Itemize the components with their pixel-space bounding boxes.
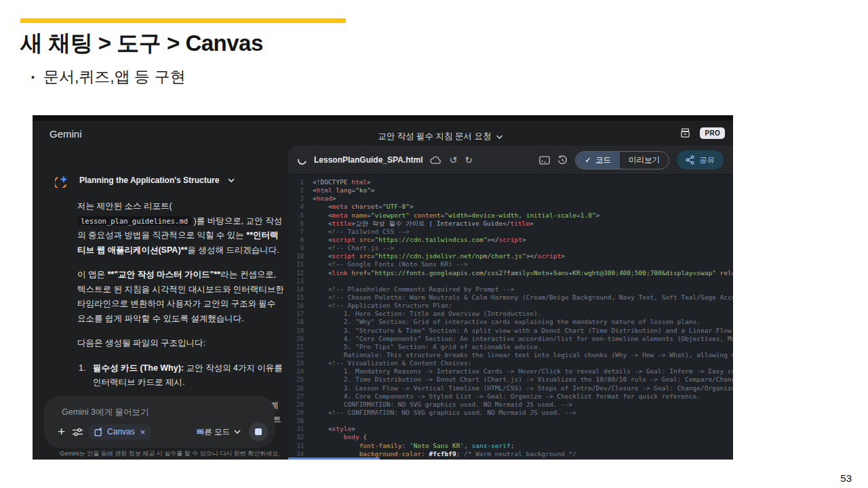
slide-bullet: • 문서,퀴즈,앱 등 구현	[31, 66, 185, 87]
code-line: 29 <!-- CONFIRMATION: NO SVG graphics us…	[288, 409, 733, 417]
code-line: 25 2. Time Distribution -> Donut Chart (…	[288, 375, 733, 384]
chevron-down-icon	[228, 178, 235, 182]
slide: 새 채팅 > 도구 > Canvas • 문서,퀴즈,앱 등 구현 Gemini…	[0, 0, 868, 488]
code-line: 14 <!-- Placeholder Comments Required by…	[288, 285, 733, 293]
code-line: 9 <!-- Chart.js -->	[288, 244, 733, 252]
stop-button[interactable]	[249, 422, 268, 441]
code-line: 5 <meta name="viewport" content="width=d…	[288, 211, 733, 220]
code-line: 33 font-family: 'Noto Sans KR', sans-ser…	[288, 442, 733, 450]
gemini-screenshot: Gemini 교안 작성 필수 지침 문서 요청 PRO	[33, 115, 733, 460]
code-line: 7 <!-- Tailwind CSS -->	[288, 228, 733, 236]
code-line: 13	[288, 277, 733, 285]
printer-icon[interactable]	[679, 127, 691, 139]
code-line: 23 <!-- Visualization & Content Choices:	[288, 359, 733, 367]
message-paragraph: 다음은 생성될 파일의 구조입니다:	[77, 336, 286, 351]
code-editor[interactable]: 1<!DOCTYPE html>2<html lang="ko">3<head>…	[288, 176, 733, 460]
code-line: 17 1. Hero Section: Title and Overview (…	[288, 310, 733, 318]
tab-preview[interactable]: 미리보기	[620, 152, 669, 169]
code-line: 34 background-color: #fcfbf9; /* Warm ne…	[288, 450, 733, 458]
code-line: 24 1. Mandatory Reasons -> Interactive C…	[288, 367, 733, 375]
loading-spinner-icon	[296, 154, 309, 166]
code-line: 22 Rationale: This structure breaks the …	[288, 351, 733, 359]
canvas-filename[interactable]: LessonPlanGuide_SPA.html	[314, 155, 422, 165]
prompt-placeholder: Gemini 3에게 물어보기	[62, 407, 149, 418]
message-paragraph: 저는 제안된 소스 리포트( lesson_plan_guidelines.md…	[77, 199, 286, 258]
code-line: 28 CONFIRMATION: NO SVG graphics used. N…	[288, 401, 733, 409]
chevron-down-icon	[234, 430, 241, 434]
window-top-strip	[33, 115, 733, 121]
code-line: 12 <link href="https://fonts.googleapis.…	[288, 269, 733, 277]
check-icon: ✓	[585, 155, 591, 165]
inline-code-chip: lesson_plan_guidelines.md	[77, 216, 191, 226]
code-line: 15 <!-- Chosen Palette: Warm Neutrals & …	[288, 293, 733, 302]
code-line: 11 <!-- Google Fonts (Noto Sans KR) -->	[288, 260, 733, 268]
gemini-sparkle-icon	[55, 172, 71, 188]
tab-code[interactable]: ✓ 코드	[576, 152, 620, 169]
undo-icon[interactable]: ↺	[449, 155, 457, 165]
pro-badge: PRO	[700, 127, 725, 139]
code-line: 19 3. "Structure & Time" Section: A spli…	[288, 327, 733, 335]
code-line: 21 5. "Pro Tips" Section: A grid of acti…	[288, 343, 733, 351]
code-line: 31 <style>	[288, 425, 733, 433]
share-icon	[686, 155, 694, 165]
cloud-save-icon[interactable]	[430, 156, 441, 165]
accent-bar	[20, 18, 346, 23]
code-line: 8 <script src="https://cdn.tailwindcss.c…	[288, 236, 733, 244]
gemini-logo: Gemini	[50, 128, 82, 140]
chip-close-icon[interactable]: ×	[140, 427, 146, 437]
bullet-marker: •	[31, 72, 35, 83]
code-line: 4 <meta charset="UTF-8">	[288, 203, 733, 211]
code-line: 32 body {	[288, 433, 733, 441]
canvas-tool-chip[interactable]: Canvas ×	[89, 424, 151, 440]
bullet-text: 문서,퀴즈,앱 등 구현	[43, 66, 186, 87]
code-line: 20 4. "Core Components" Section: An inte…	[288, 335, 733, 343]
stop-icon	[255, 428, 262, 435]
code-line: 6 <title>교안 작성 필수 가이드 | Interactive Guid…	[288, 220, 733, 228]
chevron-down-icon	[496, 135, 503, 139]
conversation-title-dropdown[interactable]: 교안 작성 필수 지침 문서 요청	[378, 131, 502, 142]
conversation-title: 교안 작성 필수 지침 문서 요청	[378, 131, 491, 142]
canvas-icon	[94, 428, 103, 436]
code-line: 10 <script src="https://cdn.jsdelivr.net…	[288, 252, 733, 260]
share-button[interactable]: 공유	[677, 150, 724, 169]
prompt-input[interactable]: Gemini 3에게 물어보기 + Canvas ×	[44, 396, 275, 448]
code-line: 30	[288, 417, 733, 425]
canvas-toolbar: LessonPlanGuide_SPA.html ↺ ↻	[288, 146, 733, 175]
page-title: 새 채팅 > 도구 > Canvas	[20, 28, 263, 59]
code-line: 18 2. "Why" Section: Grid of interactive…	[288, 318, 733, 326]
code-lines: 1<!DOCTYPE html>2<html lang="ko">3<head>…	[288, 178, 733, 458]
code-line: 3<head>	[288, 195, 733, 203]
history-icon[interactable]	[557, 155, 568, 165]
stream-cursor	[288, 458, 380, 460]
message-paragraph: 이 앱은 **"교안 작성 마스터 가이드"**라는 컨셉으로, 텍스트로 된 …	[77, 268, 286, 326]
preview-panel-icon[interactable]	[539, 156, 550, 165]
code-line: 1<!DOCTYPE html>	[288, 178, 733, 186]
code-line: 2<html lang="ko">	[288, 186, 733, 195]
list-item: 1. 필수성 카드 (The Why): 교안 작성의 4가지 이유를 인터랙티…	[77, 361, 286, 390]
thinking-header[interactable]: Planning the Application's Structure	[55, 172, 235, 188]
tune-icon[interactable]	[72, 427, 83, 437]
code-line: 26 3. Lesson Flow -> Vertical Timeline (…	[288, 384, 733, 392]
canvas-panel: LessonPlanGuide_SPA.html ↺ ↻	[288, 146, 733, 460]
code-preview-toggle: ✓ 코드 미리보기	[575, 151, 669, 169]
code-line: 27 4. Core Components -> Styled List -> …	[288, 392, 733, 401]
page-number: 53	[840, 472, 852, 484]
redo-icon[interactable]: ↻	[465, 155, 473, 165]
disclaimer-text: Gemini는 인물 등에 관한 정보 제공 시 실수를 할 수 있으니 다시 …	[39, 449, 300, 458]
add-button[interactable]: +	[58, 424, 65, 439]
mode-dropdown[interactable]: 빠른 모드	[197, 427, 241, 437]
code-line: 16 <!-- Application Structure Plan:	[288, 302, 733, 310]
thinking-label: Planning the Application's Structure	[79, 176, 219, 185]
